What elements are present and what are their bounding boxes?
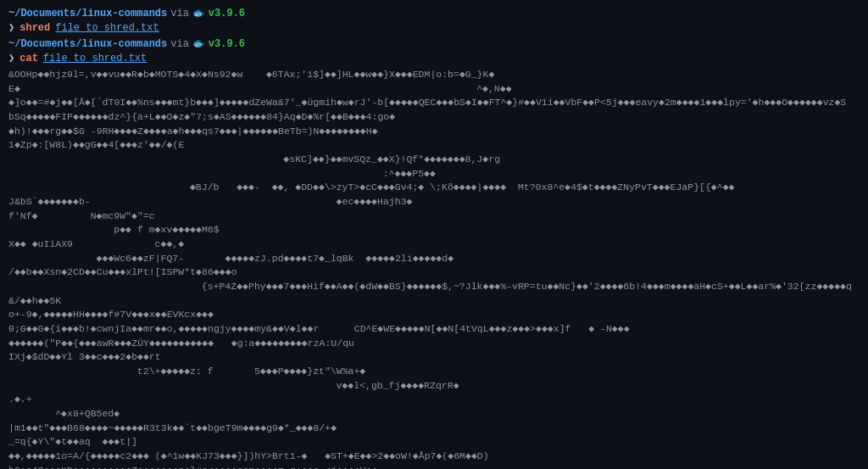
cmd-line-2: ❯ cat file_to_shred.txt xyxy=(8,52,860,64)
prompt-version-1: v3.9.6 xyxy=(209,8,245,20)
fish-icon-1: 🐟 xyxy=(192,7,205,20)
fish-icon-2: 🐟 xyxy=(192,37,205,50)
prompt-line-2: ~/Documents/linux-commands via 🐟 v3.9.6 xyxy=(8,37,860,50)
prompt-symbol-2: ❯ xyxy=(8,52,14,64)
command-output: &OOHp◆◆hjz9l=,v◆◆vu◆◆R◆b◆MOTS◆4◆X◆Ns92◆w… xyxy=(8,68,860,469)
cmd-shred-arg: file_to_shred.txt xyxy=(55,22,159,34)
prompt-line-1: ~/Documents/linux-commands via 🐟 v3.9.6 xyxy=(8,7,860,20)
cmd-line-1: ❯ shred file_to_shred.txt xyxy=(8,21,860,34)
cmd-shred: shred xyxy=(19,22,50,34)
cmd-cat: cat xyxy=(19,53,38,64)
prompt-via-1: via xyxy=(170,8,189,20)
prompt-path-2: ~/Documents/linux-commands xyxy=(8,38,167,50)
prompt-symbol-1: ❯ xyxy=(8,21,14,34)
prompt-path-1: ~/Documents/linux-commands xyxy=(8,8,167,20)
prompt-via-2: via xyxy=(170,38,189,50)
cmd-cat-arg: file_to_shred.txt xyxy=(43,53,147,64)
prompt-version-2: v3.9.6 xyxy=(209,38,245,50)
terminal-window: ~/Documents/linux-commands via 🐟 v3.9.6 … xyxy=(0,0,868,469)
